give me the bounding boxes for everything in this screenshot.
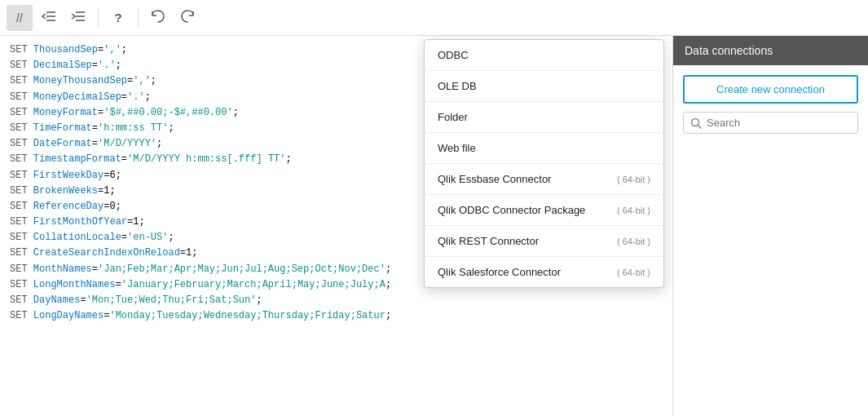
variable: TimestampFormat: [33, 153, 121, 165]
variable: DecimalSep: [33, 60, 92, 71]
indent-decrease-icon: [42, 11, 56, 24]
variable: CreateSearchIndexOnReload: [33, 247, 180, 259]
variable: MoneyDecimalSep: [33, 91, 121, 103]
create-new-connection-button[interactable]: Create new connection: [683, 75, 858, 104]
operator: =: [116, 279, 121, 290]
connection-type-dropdown: ODBCOLE DBFolderWeb fileQlik Essbase Con…: [424, 39, 664, 288]
dropdown-item[interactable]: Qlik ODBC Connector Package( 64-bit ): [425, 195, 663, 226]
main-area: SET ThousandSep=',';SET DecimalSep='.';S…: [0, 36, 868, 416]
variable: MoneyThousandSep: [33, 75, 127, 86]
keyword: SET: [10, 107, 28, 118]
value: 1: [186, 247, 192, 259]
operator: =: [92, 138, 98, 149]
keyword: SET: [10, 91, 28, 103]
keyword: SET: [10, 122, 28, 134]
variable: DateFormat: [33, 138, 92, 149]
dropdown-item-badge: ( 64-bit ): [617, 206, 650, 215]
keyword: SET: [10, 138, 28, 149]
code-line: SET DayNames='Mon;Tue;Wed;Thu;Fri;Sat;Su…: [10, 293, 663, 308]
operator: =: [92, 60, 98, 71]
value: '.': [98, 60, 116, 71]
value: 6: [109, 170, 115, 181]
operator: =: [80, 294, 86, 306]
keyword: SET: [10, 185, 28, 197]
value: 'M/D/YYYY h:mm:ss[.fff] TT': [127, 153, 285, 165]
dropdown-item[interactable]: Folder: [425, 102, 663, 133]
dropdown-item[interactable]: OLE DB: [425, 71, 663, 102]
value: 'January;February;March;April;May;June;J…: [121, 279, 386, 290]
value: 'Jan;Feb;Mar;Apr;May;Jun;Jul;Aug;Sep;Oct…: [98, 263, 386, 275]
undo-icon: [151, 10, 165, 25]
value: 'h:mm:ss TT': [98, 122, 168, 134]
separator-1: [98, 8, 99, 28]
operator: =: [92, 122, 98, 134]
value: '.': [127, 91, 145, 103]
value: ',': [104, 44, 121, 55]
hash-icon: //: [16, 11, 23, 24]
variable: ThousandSep: [33, 44, 98, 55]
keyword: SET: [10, 294, 28, 306]
value: 'M/D/YYYY': [98, 138, 156, 149]
dropdown-item-label: Qlik Essbase Connector: [438, 173, 551, 185]
value: 'Monday;Tuesday;Wednesday;Thursday;Frida…: [109, 310, 385, 321]
operator: =: [121, 91, 127, 103]
variable: LongDayNames: [33, 310, 104, 321]
panel-title: Data connections: [685, 44, 773, 57]
variable: TimeFormat: [33, 122, 92, 134]
right-panel-header: Data connections: [673, 36, 868, 65]
keyword: SET: [10, 310, 28, 321]
keyword: SET: [10, 279, 28, 290]
operator: =: [92, 263, 98, 275]
value: 'Mon;Tue;Wed;Thu;Fri;Sat;Sun': [86, 294, 257, 306]
undo-button[interactable]: [145, 5, 171, 31]
keyword: SET: [10, 170, 28, 181]
keyword: SET: [10, 44, 28, 55]
dropdown-item-badge: ( 64-bit ): [617, 237, 650, 246]
value: 0: [109, 201, 115, 212]
dropdown-item[interactable]: ODBC: [425, 40, 663, 71]
value: 1: [133, 216, 139, 228]
dropdown-item[interactable]: Qlik REST Connector( 64-bit ): [425, 226, 663, 257]
right-panel-body: Create new connection: [673, 65, 868, 144]
search-input[interactable]: [707, 117, 851, 129]
keyword: SET: [10, 75, 28, 86]
indent-increase-button[interactable]: [65, 5, 91, 31]
keyword: SET: [10, 232, 28, 243]
dropdown-item-label: Qlik ODBC Connector Package: [438, 204, 585, 216]
operator: =: [180, 247, 186, 259]
keyword: SET: [10, 60, 28, 71]
toolbar: // ?: [0, 0, 868, 36]
variable: LongMonthNames: [33, 279, 116, 290]
right-panel: Data connections Create new connection: [672, 36, 868, 416]
code-line: SET LongDayNames='Monday;Tuesday;Wednesd…: [10, 308, 663, 324]
keyword: SET: [10, 153, 28, 165]
redo-icon: [180, 10, 195, 25]
comment-button[interactable]: //: [7, 5, 33, 31]
variable: ReferenceDay: [33, 201, 104, 212]
indent-increase-icon: [71, 11, 86, 24]
operator: =: [121, 232, 127, 243]
redo-button[interactable]: [174, 5, 200, 31]
dropdown-item-label: OLE DB: [438, 80, 477, 92]
dropdown-item-badge: ( 64-bit ): [617, 175, 650, 184]
variable: FirstMonthOfYear: [33, 216, 127, 228]
variable: FirstWeekDay: [33, 170, 104, 181]
variable: CollationLocale: [33, 232, 121, 243]
dropdown-item-label: Qlik REST Connector: [438, 235, 539, 247]
search-box[interactable]: [683, 112, 858, 134]
separator-2: [138, 8, 139, 28]
search-icon: [690, 117, 702, 129]
variable: MoneyFormat: [33, 107, 98, 118]
svg-line-7: [698, 125, 702, 128]
dropdown-item[interactable]: Qlik Essbase Connector( 64-bit ): [425, 164, 663, 195]
keyword: SET: [10, 216, 28, 228]
keyword: SET: [10, 263, 28, 275]
help-button[interactable]: ?: [105, 5, 131, 31]
dropdown-item[interactable]: Web file: [425, 133, 663, 164]
indent-decrease-button[interactable]: [36, 5, 62, 31]
dropdown-item[interactable]: Qlik Salesforce Connector( 64-bit ): [425, 257, 663, 287]
value: 1: [104, 185, 109, 197]
dropdown-item-badge: ( 64-bit ): [617, 268, 650, 277]
dropdown-item-label: ODBC: [438, 49, 469, 61]
dropdown-item-label: Qlik Salesforce Connector: [438, 266, 561, 278]
